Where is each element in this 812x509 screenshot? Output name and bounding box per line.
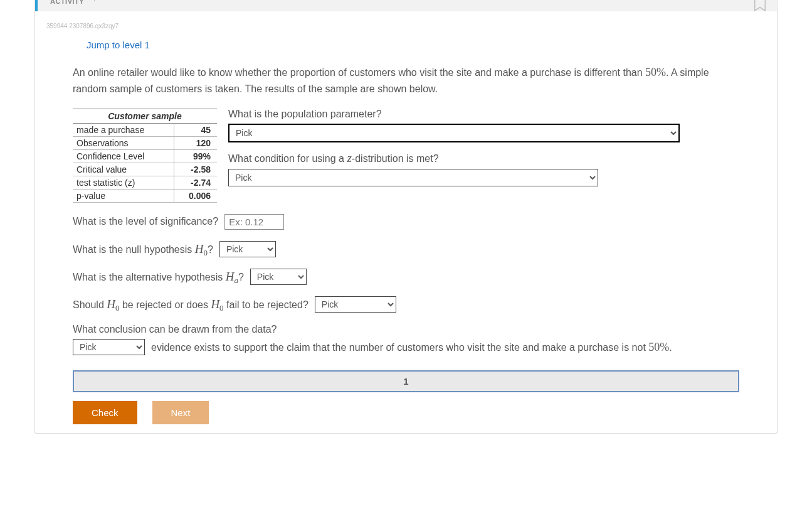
table-cell-label: test statistic (z)	[73, 176, 174, 189]
question-z-condition: What condition for using a z-distributio…	[228, 151, 739, 165]
prompt-percent1: 50%	[645, 66, 666, 78]
table-cell-value: 45	[174, 123, 217, 136]
select-reject-decision[interactable]: Pick	[315, 296, 396, 313]
select-population-parameter[interactable]: Pick	[228, 124, 680, 142]
table-cell-value: 120	[174, 136, 217, 149]
prompt-part1: An online retailer would like to know wh…	[73, 67, 645, 78]
activity-label: ACTIVITY	[50, 0, 84, 5]
activity-header: ACTIVITY 7.1.1: Two-tailed hypothesis te…	[35, 0, 777, 11]
table-cell-value: 0.006	[174, 189, 217, 202]
table-row: Observations120	[73, 136, 217, 149]
conclusion-text: evidence exists to support the claim tha…	[151, 339, 672, 356]
question-id: 359944.2307896.qx3zqy7	[46, 23, 777, 29]
table-row: Confidence Level99%	[73, 149, 217, 163]
table-header: Customer sample	[73, 109, 217, 123]
table-row: Critical value-2.58	[73, 163, 217, 176]
table-cell-label: made a purchase	[73, 123, 174, 136]
table-row: test statistic (z)-2.74	[73, 176, 217, 189]
jump-to-level-link[interactable]: Jump to level 1	[87, 40, 150, 50]
table-cell-value: 99%	[174, 149, 217, 163]
select-z-condition[interactable]: Pick	[228, 169, 598, 186]
table-row: p-value0.006	[73, 189, 217, 202]
customer-sample-table: Customer sample made a purchase45 Observ…	[73, 109, 217, 203]
table-cell-value: -2.58	[174, 163, 217, 176]
question-population-parameter: What is the population parameter?	[228, 109, 739, 120]
pager-level-1[interactable]: 1	[73, 370, 739, 392]
question-conclusion: What conclusion can be drawn from the da…	[73, 324, 739, 335]
table-cell-label: Observations	[73, 136, 174, 149]
question-alt-hypothesis: What is the alternative hypothesis Ha?	[73, 270, 244, 284]
table-cell-label: Confidence Level	[73, 149, 174, 163]
next-button[interactable]: Next	[152, 401, 209, 424]
select-null-hypothesis[interactable]: Pick	[219, 241, 276, 257]
table-row: made a purchase45	[73, 123, 217, 136]
check-button[interactable]: Check	[73, 401, 137, 424]
select-conclusion-evidence[interactable]: Pick	[73, 339, 145, 355]
header-separator	[94, 0, 95, 1]
bookmark-icon[interactable]	[753, 0, 767, 11]
table-cell-label: Critical value	[73, 163, 174, 176]
table-cell-label: p-value	[73, 189, 174, 202]
input-significance[interactable]	[224, 214, 284, 230]
select-alt-hypothesis[interactable]: Pick	[250, 269, 307, 285]
question-significance: What is the level of significance?	[73, 216, 218, 227]
prompt-text: An online retailer would like to know wh…	[73, 64, 739, 97]
question-reject: Should H0 be rejected or does H0 fail to…	[73, 297, 308, 311]
table-cell-value: -2.74	[174, 176, 217, 189]
question-null-hypothesis: What is the null hypothesis H0?	[73, 242, 213, 256]
